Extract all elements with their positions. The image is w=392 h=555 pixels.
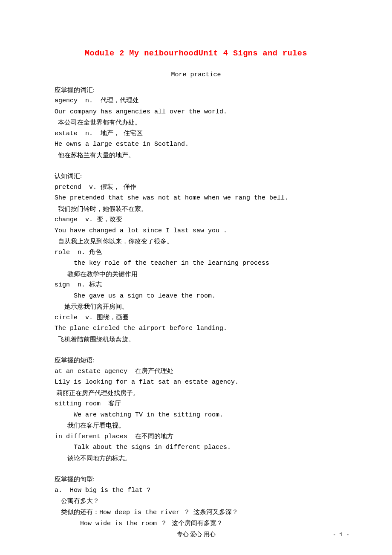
blank-line [55,464,337,474]
vocab-term: estate n. 地产， 住宅区 [55,128,337,139]
example-zh: 飞机着陆前围绕机场盘旋。 [55,334,337,345]
sentence-pattern: a. How big is the flat ? [55,485,337,496]
similar-en-1: How deep is the river ？ [99,509,190,516]
similar-line2: How wide is the room ？ 这个房间有多宽？ [55,518,337,529]
section-heading: 应掌握的短语: [55,355,337,366]
section-heading: 应掌握的词汇: [55,85,337,96]
example-en: He owns a large estate in Scotland. [55,139,337,150]
example-en: We are watching TV in the sitting room. [55,410,337,421]
example-zh: 我们按门铃时，她假装不在家。 [55,204,337,215]
vocab-term: change v. 变，改变 [55,214,337,225]
example-en: You have changed a lot since I last saw … [55,225,337,237]
example-en: the key role of the teacher in the learn… [55,258,337,269]
example-en: Talk about the signs in different places… [55,442,337,453]
document-subtitle: More practice [55,69,337,81]
example-zh: 本公司在全世界都有代办处。 [55,117,337,128]
section-heading: 应掌握的句型: [55,474,337,485]
blank-line [55,345,337,355]
vocab-term: sign n. 标志 [55,280,337,291]
phrase-term: at an estate agency 在房产代理处 [55,366,337,377]
similar-intro: 类似的还有： [55,509,99,515]
vocab-term: agency n. 代理，代理处 [55,95,337,107]
similar-line1: 类似的还有：How deep is the river ？ 这条河又多深？ [55,507,337,518]
example-en: Our company has angencies all over the w… [55,107,337,118]
example-zh: 她示意我们离开房间。 [55,301,337,312]
page-number: - 1 - [333,530,349,540]
similar-zh-2: 这个房间有多宽？ [167,520,223,526]
vocab-term: role n. 角色 [55,247,337,258]
vocab-term: circle v. 围绕，画圈 [55,312,337,324]
vocab-term: pretend v. 假装， 佯作 [55,182,337,193]
example-zh: 他在苏格兰有大量的地产。 [55,150,337,161]
blank-line [55,161,337,171]
example-zh: 我们在客厅看电视。 [55,420,337,431]
sentence-zh: 公寓有多大？ [55,496,337,507]
example-zh: 谈论不同地方的标志。 [55,453,337,464]
similar-pad [55,520,80,526]
example-zh: 自从我上次见到你以来，你改变了很多。 [55,236,337,247]
example-en: The plane circled the airport before lan… [55,323,337,334]
similar-en-2: How wide is the room ？ [80,520,167,527]
example-en: She gave us a sign to leave the room. [55,291,337,302]
document-title: Module 2 My neibourhoodUnit 4 Signs and … [55,47,337,60]
example-en: Lily is looking for a flat sat an estate… [55,377,337,388]
similar-zh-1: 这条河又多深？ [190,509,238,515]
section-heading: 认知词汇: [55,171,337,182]
document-page: Module 2 My neibourhoodUnit 4 Signs and … [0,0,392,555]
phrase-term: sitting room 客厅 [55,399,337,410]
example-en: She pretended that she was not at home w… [55,193,337,204]
phrase-term: in different places 在不同的地方 [55,431,337,442]
example-zh: 莉丽正在房产代理处找房子。 [55,388,337,399]
example-zh: 教师在教学中的关键作用 [55,269,337,280]
